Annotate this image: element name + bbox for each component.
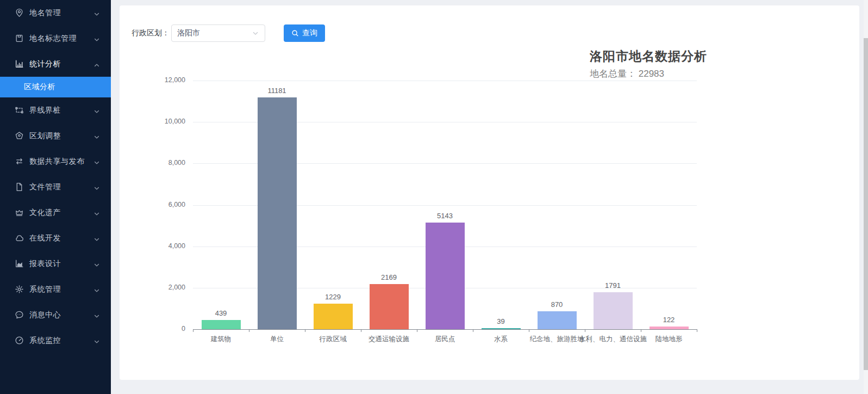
bar-value-label: 439 — [215, 309, 227, 317]
chevron-down-icon — [252, 29, 259, 37]
bar-4[interactable] — [370, 284, 409, 329]
y-axis-tick-label: 6,000 — [120, 201, 185, 208]
frame-icon — [15, 106, 24, 115]
sidebar-item-label: 在线开发 — [29, 233, 61, 243]
y-axis-tick-label: 2,000 — [120, 284, 185, 291]
chevron-up-icon — [93, 61, 100, 67]
bar-value-label: 39 — [497, 317, 504, 325]
sidebar-item-label: 地名标志管理 — [29, 34, 77, 44]
sidebar-item-place-sign-mgmt[interactable]: 地名标志管理 — [0, 26, 111, 51]
y-axis-tick-label: 12,000 — [120, 76, 185, 84]
chevron-down-icon — [93, 210, 100, 216]
chevron-down-icon — [93, 133, 100, 139]
region-select[interactable]: 洛阳市 — [171, 24, 265, 42]
sidebar-item-place-name-mgmt[interactable]: 地名管理 — [0, 0, 111, 26]
crown-icon — [15, 208, 24, 217]
chat-icon — [15, 310, 24, 319]
scrollbar[interactable] — [864, 0, 868, 394]
file-icon — [15, 182, 24, 192]
region-filter-label: 行政区划： — [132, 24, 170, 42]
sidebar-item-file-mgmt[interactable]: 文件管理 — [0, 174, 111, 200]
bar-value-label: 11181 — [267, 87, 286, 95]
chevron-down-icon — [93, 286, 100, 293]
chart-subtitle: 地名总量： 22983 — [590, 67, 664, 80]
x-axis-category-label: 居民点 — [435, 335, 455, 344]
bar-7[interactable] — [538, 311, 577, 329]
chart-title: 洛阳市地名数据分析 — [590, 48, 707, 65]
chevron-down-icon — [93, 158, 100, 165]
x-axis-tick — [249, 329, 249, 332]
sidebar-item-system-mgmt[interactable]: 系统管理 — [0, 276, 111, 302]
bar-6[interactable] — [482, 328, 521, 329]
x-axis-tick — [473, 329, 473, 332]
content-card: 行政区划： 洛阳市 查询 洛阳市地名数据分析 地名总量： 22983 02,00… — [120, 5, 859, 380]
chart-icon — [15, 59, 24, 69]
bar-3[interactable] — [314, 304, 353, 329]
x-axis-category-label: 建筑物 — [211, 335, 232, 344]
sidebar-item-label: 系统管理 — [29, 285, 61, 294]
chevron-down-icon — [93, 337, 100, 344]
x-axis-category-label: 陆地地形 — [655, 335, 683, 344]
sidebar-item-label: 数据共享与发布 — [29, 157, 85, 167]
y-axis-tick-label: 8,000 — [120, 159, 185, 167]
x-axis-tick — [585, 329, 585, 332]
x-axis-category-label: 纪念地、旅游胜地 — [530, 335, 584, 344]
bar-value-label: 1229 — [325, 293, 341, 301]
sidebar-item-label: 文化遗产 — [29, 208, 61, 218]
search-button-label: 查询 — [302, 28, 317, 38]
sidebar-item-online-dev[interactable]: 在线开发 — [0, 225, 111, 251]
bar-value-label: 122 — [663, 316, 675, 324]
sidebar-item-boundary-markers[interactable]: 界线界桩 — [0, 97, 111, 123]
x-axis-line — [193, 329, 697, 330]
x-axis-tick — [305, 329, 305, 332]
sidebar-item-data-sharing[interactable]: 数据共享与发布 — [0, 149, 111, 174]
x-axis-tick — [361, 329, 361, 332]
sign-icon — [15, 34, 24, 43]
pin-icon — [15, 8, 24, 17]
sidebar-item-stats-analysis[interactable]: 统计分析 — [0, 51, 111, 77]
bar-value-label: 2169 — [381, 273, 397, 281]
cloud-icon — [15, 233, 24, 243]
sidebar-item-label: 报表设计 — [29, 259, 61, 269]
x-axis-category-label: 水利、电力、通信设施 — [579, 335, 647, 344]
gridline — [193, 81, 697, 81]
x-axis-tick — [417, 329, 417, 332]
x-axis-category-label: 单位 — [270, 335, 284, 344]
sidebar-item-system-monitor[interactable]: 系统监控 — [0, 328, 111, 353]
sidebar-menu: 地名管理地名标志管理统计分析区域分析界线界桩区划调整数据共享与发布文件管理文化遗… — [0, 0, 111, 353]
seal-icon — [15, 131, 24, 140]
sidebar-item-report-design[interactable]: 报表设计 — [0, 251, 111, 276]
x-axis-tick — [697, 329, 697, 332]
bar-5[interactable] — [426, 223, 465, 329]
sidebar-item-cultural-heritage[interactable]: 文化遗产 — [0, 200, 111, 225]
sidebar-subitem-region-analysis[interactable]: 区域分析 — [0, 77, 111, 97]
sidebar-item-label: 消息中心 — [29, 310, 61, 320]
scrollbar-thumb[interactable] — [864, 38, 868, 370]
sync-icon — [15, 157, 24, 166]
y-axis-tick-label: 4,000 — [120, 242, 185, 250]
x-axis-tick — [641, 329, 641, 332]
bar-2[interactable] — [258, 97, 297, 329]
chevron-down-icon — [93, 184, 100, 190]
monitor-icon — [15, 336, 24, 345]
sidebar-item-message-center[interactable]: 消息中心 — [0, 302, 111, 328]
x-axis-category-label: 交通运输设施 — [369, 335, 409, 344]
search-button[interactable]: 查询 — [284, 24, 325, 42]
region-select-value: 洛阳市 — [177, 28, 200, 38]
sidebar-item-label: 区划调整 — [29, 131, 61, 141]
bar-8[interactable] — [594, 292, 633, 329]
sidebar-item-label: 统计分析 — [29, 59, 61, 69]
x-axis-category-label: 行政区域 — [320, 335, 347, 344]
chevron-down-icon — [93, 10, 100, 16]
bar-9[interactable] — [650, 327, 689, 329]
x-axis-category-label: 水系 — [494, 335, 508, 344]
x-axis-tick — [529, 329, 529, 332]
sidebar-item-district-adjustment[interactable]: 区划调整 — [0, 123, 111, 149]
bar-value-label: 870 — [551, 300, 563, 309]
sidebar-item-label: 文件管理 — [29, 182, 61, 192]
y-axis-tick-label: 0 — [120, 325, 185, 333]
chevron-down-icon — [93, 312, 100, 318]
y-axis-tick-label: 10,000 — [120, 118, 185, 125]
chevron-down-icon — [93, 107, 100, 114]
bar-1[interactable] — [202, 320, 241, 329]
